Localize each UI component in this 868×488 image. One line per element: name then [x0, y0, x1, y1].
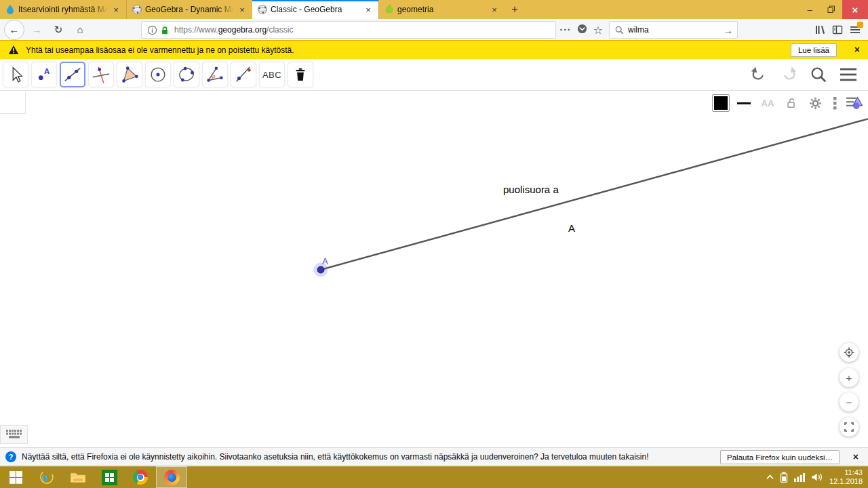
redo-icon[interactable]: [780, 66, 797, 83]
new-tab-button[interactable]: +: [505, 0, 525, 19]
browser-tab-strip: Itsearviointi ryhmästä MA02 - W × GeoGeb…: [0, 0, 868, 19]
tab-close-icon[interactable]: ×: [489, 5, 500, 15]
geogebra-toolbar-right: [750, 66, 857, 83]
reload-button[interactable]: ↻: [49, 20, 68, 39]
undo-icon[interactable]: [750, 66, 768, 83]
page-info-icon[interactable]: [147, 25, 157, 35]
windows-taskbar: e 11:43 12.1.2018: [0, 466, 868, 488]
tool-conic-through-points[interactable]: [174, 62, 199, 87]
tool-reflect[interactable]: [231, 62, 256, 87]
line-style-button[interactable]: [734, 94, 753, 113]
view-corner-handle[interactable]: [0, 92, 26, 114]
tool-text[interactable]: ABC: [259, 62, 285, 87]
line-style-icon: [737, 102, 751, 104]
tab-title: GeoGebra - Dynamic Mathema: [145, 5, 234, 14]
color-swatch-button[interactable]: [712, 94, 730, 112]
zoom-out-button[interactable]: −: [840, 392, 859, 411]
notification-close-icon[interactable]: ×: [853, 451, 859, 462]
standard-view-button[interactable]: [840, 343, 859, 362]
back-button[interactable]: ←: [4, 20, 24, 40]
refresh-firefox-button[interactable]: Palauta Firefox kuin uudeksi…: [720, 450, 840, 464]
ray-name-text[interactable]: puolisuora a: [503, 184, 559, 195]
pocket-icon[interactable]: [574, 24, 590, 36]
label-style-button[interactable]: AA: [758, 94, 777, 113]
minimize-button[interactable]: –: [799, 0, 821, 19]
learn-more-button[interactable]: Lue lisää: [791, 43, 837, 57]
zoom-in-button[interactable]: +: [840, 368, 859, 387]
tab-title: geometria: [397, 5, 486, 14]
restore-button[interactable]: [821, 0, 842, 19]
kebab-dots-icon: [833, 97, 837, 110]
bookmark-star-icon[interactable]: ☆: [590, 24, 606, 37]
tab-close-icon[interactable]: ×: [111, 5, 121, 15]
page-actions-menu-icon[interactable]: ···: [557, 24, 574, 35]
fullscreen-button[interactable]: [840, 418, 859, 436]
tool-move[interactable]: [3, 62, 28, 87]
geogebra-icon: [132, 4, 142, 15]
forward-button[interactable]: →: [27, 20, 46, 39]
help-icon: ?: [5, 451, 16, 462]
firefox-button-active[interactable]: [156, 466, 187, 488]
tool-polygon[interactable]: [117, 62, 142, 87]
tool-circle-center[interactable]: [145, 62, 171, 87]
tab-geogebra-home[interactable]: GeoGebra - Dynamic Mathema ×: [126, 0, 252, 19]
page-action-buttons: ··· ☆: [557, 21, 606, 39]
url-bar[interactable]: https://www.geogebra.org/classic: [141, 21, 556, 39]
style-bar-toggle-icon: [846, 95, 863, 111]
battery-icon[interactable]: [780, 472, 788, 483]
tool-delete[interactable]: [288, 62, 313, 87]
warning-close-icon[interactable]: ×: [854, 44, 860, 55]
settings-button[interactable]: [806, 94, 825, 113]
hidden-icons-chevron[interactable]: [766, 474, 774, 480]
tool-line[interactable]: [60, 62, 85, 87]
chrome-button[interactable]: [125, 466, 156, 488]
search-icon[interactable]: [810, 66, 827, 83]
lock-object-button[interactable]: [782, 94, 801, 113]
sidebars-icon[interactable]: [829, 21, 846, 39]
search-go-icon[interactable]: →: [723, 24, 733, 36]
start-button[interactable]: [0, 466, 31, 488]
home-button[interactable]: ⌂: [71, 20, 90, 39]
tab-wilma[interactable]: Itsearviointi ryhmästä MA02 - W ×: [0, 0, 126, 19]
main-menu-icon[interactable]: [840, 67, 857, 82]
gear-icon: [809, 97, 822, 110]
close-button[interactable]: ×: [842, 0, 868, 19]
virtual-keyboard-button[interactable]: [0, 425, 28, 444]
menu-hamburger-icon[interactable]: [846, 21, 864, 39]
point-A[interactable]: [317, 266, 324, 273]
construction-drawing: [0, 91, 868, 447]
tab-classic-geogebra-active[interactable]: Classic - GeoGebra ×: [252, 0, 378, 19]
point-A-label: A: [322, 256, 328, 266]
search-box[interactable]: wilma →: [609, 21, 738, 39]
ray-a[interactable]: [321, 118, 868, 270]
tab-title: Itsearviointi ryhmästä MA02 - W: [18, 5, 108, 14]
library-icon[interactable]: [811, 21, 829, 39]
tool-angle[interactable]: α: [202, 62, 228, 87]
taskbar-clock[interactable]: 11:43 12.1.2018: [829, 468, 863, 486]
tab-close-icon[interactable]: ×: [363, 5, 374, 15]
conic-tool-icon: [176, 64, 197, 85]
notification-text: Näyttää siltä, että Firefoxia ei ole käy…: [22, 452, 649, 462]
windows-store-button[interactable]: [94, 466, 125, 488]
firefox-refresh-notification: ? Näyttää siltä, että Firefoxia ei ole k…: [0, 447, 868, 466]
trash-icon: [292, 66, 309, 83]
internet-explorer-button[interactable]: e: [31, 466, 62, 488]
warning-triangle-icon: [8, 45, 19, 55]
tab-close-icon[interactable]: ×: [237, 5, 248, 15]
search-input-value[interactable]: wilma: [628, 25, 649, 35]
text-label-A[interactable]: A: [568, 222, 575, 234]
tab-geometria[interactable]: geometria ×: [378, 0, 505, 19]
tool-perpendicular-line[interactable]: [88, 62, 114, 87]
file-explorer-button[interactable]: [62, 466, 94, 488]
network-signal-icon[interactable]: [794, 472, 806, 482]
perpendicular-line-icon: [91, 64, 111, 85]
geogebra-graphics-view[interactable]: A puolisuora a A + −: [0, 91, 868, 447]
tool-point[interactable]: A: [31, 62, 57, 87]
current-color-black: [714, 96, 728, 110]
volume-icon[interactable]: [812, 472, 823, 482]
graphics-style-bar: AA: [712, 93, 864, 113]
style-bar-toggle-button[interactable]: [845, 94, 864, 113]
toolbar-right-icons: [811, 21, 864, 39]
more-options-button[interactable]: [829, 94, 840, 113]
windows-logo-icon: [9, 471, 22, 484]
